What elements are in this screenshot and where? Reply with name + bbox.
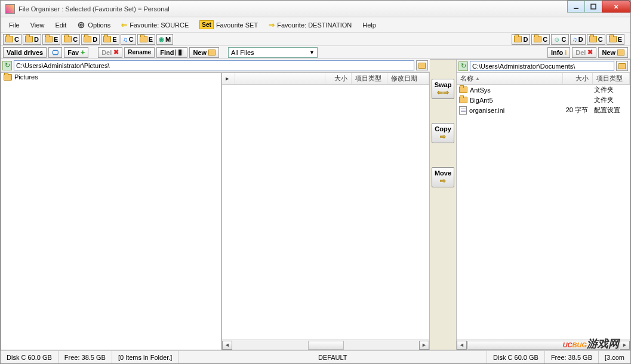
left-hscroll[interactable]: ◄ ► (222, 340, 429, 350)
drive-button-c[interactable]: ♫C (121, 34, 136, 45)
col-blank[interactable] (235, 73, 325, 84)
find-button[interactable]: Find (156, 47, 187, 58)
refresh-button[interactable]: 🖵 (48, 47, 62, 58)
right-go-button[interactable] (616, 61, 628, 71)
status-left-items: [0 Items in Folder.] (112, 351, 178, 363)
left-path-input[interactable] (14, 60, 414, 70)
nav-up-icon-right[interactable]: ↻ (458, 61, 468, 71)
del-button-right[interactable]: Del ✖ (572, 47, 596, 58)
list-item[interactable]: organiser.ini20 字节配置设置 (457, 105, 630, 115)
right-pane: ↻ 名称 ▲ 大小 项目类型 AntSys文件夹BigAnt5文件夹organi… (456, 59, 630, 350)
chevron-down-icon: ▼ (309, 50, 315, 55)
drive-button-c[interactable]: C (531, 34, 550, 45)
right-file-list[interactable]: AntSys文件夹BigAnt5文件夹organiser.ini20 字节配置设… (457, 85, 630, 340)
swap-button[interactable]: Swap ⇐⇒ (432, 79, 454, 99)
scroll-left-button[interactable]: ◄ (222, 341, 232, 350)
drive-button-e[interactable]: E (42, 34, 60, 45)
drive-button-c[interactable]: C (3, 34, 21, 45)
drive-button-d[interactable]: D (81, 34, 100, 45)
move-button[interactable]: Move ⇨ (432, 167, 454, 187)
scroll-left-button[interactable]: ◄ (457, 341, 467, 350)
menu-fav-dest[interactable]: ⇒ Favourite: DESTINATION (264, 19, 356, 31)
scroll-right-button[interactable]: ► (620, 341, 630, 350)
menu-fav-set-label: Favourite SET (216, 21, 258, 29)
menu-fav-set[interactable]: Set Favourite SET (195, 18, 263, 31)
folder-icon (5, 36, 13, 42)
drive-button-d[interactable]: D (23, 34, 41, 45)
right-path-input[interactable] (470, 61, 614, 71)
menu-view[interactable]: View (26, 20, 50, 30)
drive-button-c[interactable]: C (587, 34, 605, 45)
col-date[interactable]: 修改日期 (387, 73, 429, 84)
drive-letter: E (112, 36, 116, 43)
arrow-left-icon: ⇐ (121, 21, 127, 29)
menu-options[interactable]: Options (72, 19, 115, 31)
menu-help[interactable]: Help (358, 20, 381, 30)
drive-button-e[interactable]: E (101, 34, 119, 45)
window-title: File Organiser : Selected (Favourite Set… (19, 5, 170, 13)
drive-button-d[interactable]: D (512, 34, 530, 45)
list-item[interactable]: BigAnt5文件夹 (457, 95, 630, 105)
drive-button-m[interactable]: ◉M (156, 34, 173, 45)
drive-button-e[interactable]: E (137, 34, 155, 45)
nav-up-icon[interactable]: ↻ (2, 61, 12, 70)
status-default: DEFAULT (178, 351, 487, 363)
left-file-list[interactable] (222, 85, 429, 340)
left-go-button[interactable] (416, 60, 428, 70)
folder-icon (208, 50, 216, 55)
folder-icon (418, 63, 426, 69)
gear-icon (77, 21, 85, 29)
tree-root[interactable]: Pictures (1, 73, 221, 81)
tree-list[interactable]: Pictures (1, 73, 221, 350)
close-button[interactable]: ✕ (602, 1, 630, 13)
menu-fav-source-label: Favourite: SOURCE (130, 21, 189, 29)
new-button-right[interactable]: New (598, 47, 628, 58)
fav-button[interactable]: Fav+ (64, 47, 88, 58)
maximize-button[interactable] (584, 1, 602, 13)
menu-edit[interactable]: Edit (50, 20, 71, 30)
menu-options-label: Options (88, 21, 110, 29)
menu-file[interactable]: File (4, 20, 24, 30)
scroll-thumb[interactable] (467, 341, 619, 350)
drive-button-c[interactable]: C (61, 34, 80, 45)
col-type-r[interactable]: 项目类型 (593, 73, 630, 84)
folder-icon (25, 36, 33, 42)
x-icon: ✖ (587, 48, 593, 56)
action-toolbar: Valid drives 🖵 Fav+ Del ✖ Rename Find Ne… (1, 46, 630, 59)
col-ext[interactable]: ▸ (222, 73, 235, 84)
valid-drives-button[interactable]: Valid drives (3, 47, 47, 58)
folder-icon (84, 36, 91, 42)
drive-letter: C (562, 36, 567, 43)
plus-icon: + (81, 48, 85, 57)
menu-fav-source[interactable]: ⇐ Favourite: SOURCE (116, 19, 193, 31)
drive-button-c[interactable]: ☺C (551, 34, 568, 45)
tree-root-label: Pictures (14, 73, 38, 81)
drive-button-d[interactable]: ♫D (570, 34, 586, 45)
col-size[interactable]: 大小 (325, 73, 352, 84)
center-controls: Swap ⇐⇒ Copy ⇨ Move ⇨ (430, 59, 456, 350)
col-name[interactable]: 名称 ▲ (457, 73, 563, 84)
filter-select[interactable]: All Files ▼ (228, 47, 318, 58)
drive-letter: D (523, 36, 528, 43)
rename-button[interactable]: Rename (124, 47, 155, 58)
item-type: 配置设置 (590, 106, 627, 115)
col-name-label: 名称 (460, 74, 473, 83)
drive-letter: C (543, 36, 547, 43)
info-button[interactable]: Info i (547, 47, 570, 58)
folder-icon (4, 74, 12, 81)
copy-button[interactable]: Copy ⇨ (432, 123, 454, 143)
status-left-disk: Disk C 60.0 GB (1, 351, 59, 363)
scroll-thumb[interactable] (308, 341, 344, 350)
x-icon: ✖ (113, 48, 119, 56)
list-item[interactable]: AntSys文件夹 (457, 85, 630, 95)
minimize-button[interactable] (567, 1, 585, 13)
drive-button-e[interactable]: E (607, 34, 624, 45)
status-right-items: [3.com (599, 351, 630, 363)
right-hscroll[interactable]: ◄ ► (457, 340, 630, 350)
del-button[interactable]: Del ✖ (98, 47, 122, 58)
col-size-r[interactable]: 大小 (563, 73, 593, 84)
drive-letter: C (598, 36, 603, 43)
col-type[interactable]: 项目类型 (352, 73, 387, 84)
scroll-right-button[interactable]: ► (419, 341, 429, 350)
new-button[interactable]: New (189, 47, 219, 58)
